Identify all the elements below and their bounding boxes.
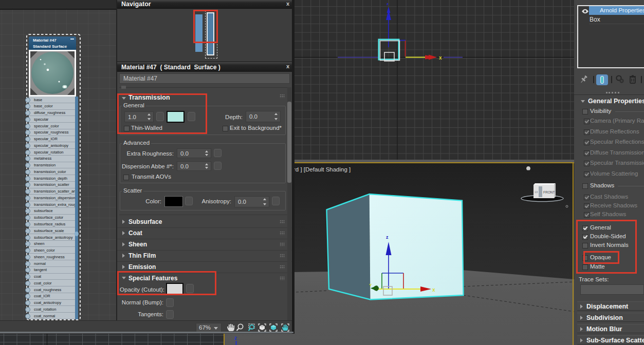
svg-text:13: 13 — [535, 190, 538, 194]
svg-text:z: z — [386, 235, 389, 240]
svg-text:x: x — [439, 55, 442, 61]
svg-text:FRONT: FRONT — [543, 190, 555, 194]
svg-text:Y: Y — [369, 283, 372, 288]
svg-text:z: z — [234, 335, 237, 341]
svg-text:x: x — [432, 287, 435, 293]
svg-text:z: z — [387, 2, 389, 6]
